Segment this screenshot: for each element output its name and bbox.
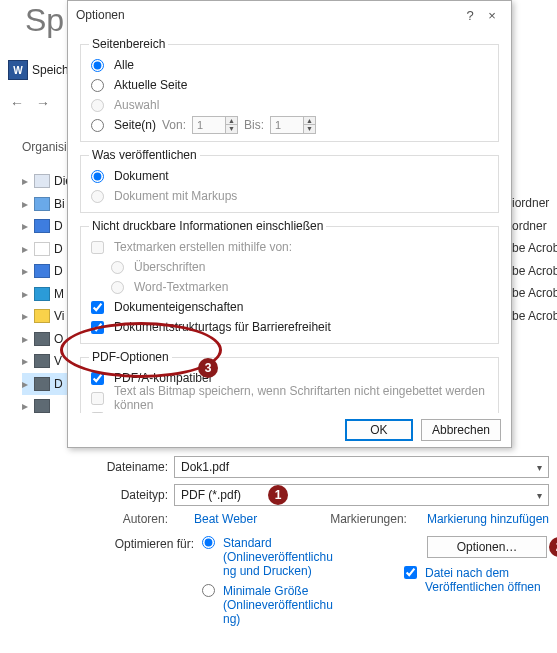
filetype-value: PDF (*.pdf) [181,488,241,502]
options-button[interactable]: Optionen… [427,536,547,558]
organize-label: Organisi [22,140,67,154]
tree-expand-icon[interactable]: ▸ [22,174,30,188]
tree-label: M [54,287,64,301]
label-pdfa[interactable]: PDF/A-kompatibel [114,371,211,385]
folder-icon [34,197,50,211]
label-document[interactable]: Dokument [114,169,169,183]
close-icon[interactable]: × [481,8,503,23]
radio-markup [91,190,104,203]
legend-pdf-options: PDF-Optionen [89,350,172,364]
ok-button[interactable]: OK [345,419,413,441]
author-link[interactable]: Beat Weber [194,512,257,526]
radio-document[interactable] [91,170,104,183]
tree-label: D [54,219,63,233]
label-headings: Überschriften [134,260,205,274]
radio-selection [91,99,104,112]
folder-icon [34,399,50,413]
folder-icon [34,354,50,368]
label-pages[interactable]: Seite(n) [114,118,156,132]
list-cell-fragment: be Acrob [512,260,557,283]
radio-opt-standard[interactable] [202,536,215,549]
tree-expand-icon[interactable]: ▸ [22,309,30,323]
tree-expand-icon[interactable]: ▸ [22,287,30,301]
tags-label: Markierungen: [330,512,407,526]
from-input[interactable] [193,117,225,133]
chevron-down-icon[interactable]: ▾ [537,462,542,473]
folder-icon [34,174,50,188]
chevron-down-icon[interactable]: ▾ [537,490,542,501]
optimize-label: Optimieren für: [100,536,200,626]
help-icon[interactable]: ? [459,8,481,23]
tree-expand-icon[interactable]: ▸ [22,332,30,346]
label-current[interactable]: Aktuelle Seite [114,78,187,92]
group-publish: Was veröffentlichen Dokument Dokument mi… [80,148,499,213]
list-cell-fragment: be Acrob [512,237,557,260]
label-open-after[interactable]: Datei nach dem Veröffentlichen öffnen [425,566,547,594]
label-all[interactable]: Alle [114,58,134,72]
folder-icon [34,287,50,301]
label-tags[interactable]: Dokumentstrukturtags für Barrierefreihei… [114,320,331,334]
word-app-icon: W [8,60,28,80]
nav-fwd-icon[interactable]: → [36,95,50,111]
label-bookmarks: Textmarken erstellen mithilfe von: [114,240,292,254]
label-bitmap: Text als Bitmap speichern, wenn Schrifta… [114,384,490,412]
radio-current[interactable] [91,79,104,92]
filename-value: Dok1.pdf [181,460,229,474]
radio-pages[interactable] [91,119,104,132]
folder-icon [34,332,50,346]
filetype-field[interactable]: PDF (*.pdf) ▾ [174,484,549,506]
dialog-titlebar: Optionen ? × [68,1,511,29]
tags-link[interactable]: Markierung hinzufügen [427,512,549,526]
list-cell-fragment: ordner [512,215,557,238]
tree-expand-icon[interactable]: ▸ [22,264,30,278]
word-title-bar: W Speich [8,60,69,80]
tree-label: D [54,377,63,391]
options-dialog: Optionen ? × Seitenbereich Alle Aktuelle… [67,0,512,448]
radio-all[interactable] [91,59,104,72]
chk-pdfa[interactable] [91,372,104,385]
chk-open-after[interactable] [404,566,417,579]
label-selection: Auswahl [114,98,159,112]
tree-expand-icon[interactable]: ▸ [22,219,30,233]
label-opt-standard[interactable]: Standard (Onlineveröffentlichu ng und Dr… [223,536,340,578]
dialog-title: Optionen [76,8,125,22]
window-title-fragment: Speich [32,63,69,77]
group-page-range: Seitenbereich Alle Aktuelle Seite Auswah… [80,37,499,142]
tree-label: D [54,264,63,278]
chk-tags[interactable] [91,321,104,334]
to-spinner[interactable]: ▲▼ [270,116,316,134]
label-wordbm: Word-Textmarken [134,280,228,294]
folder-icon [34,219,50,233]
tree-expand-icon[interactable]: ▸ [22,197,30,211]
tree-label: O [54,332,63,346]
radio-opt-min[interactable] [202,584,215,597]
radio-wordbm [111,281,124,294]
group-pdf-options: PDF-Optionen PDF/A-kompatibel Text als B… [80,350,499,413]
label-markup: Dokument mit Markups [114,189,237,203]
radio-headings [111,261,124,274]
cancel-button[interactable]: Abbrechen [421,419,501,441]
to-input[interactable] [271,117,303,133]
nav-arrows: ← → [10,95,50,111]
authors-label: Autoren: [100,512,174,526]
tree-expand-icon[interactable]: ▸ [22,242,30,256]
legend-publish: Was veröffentlichen [89,148,200,162]
from-spinner[interactable]: ▲▼ [192,116,238,134]
tree-expand-icon[interactable]: ▸ [22,399,30,413]
group-nonprint: Nicht druckbare Informationen einschließ… [80,219,499,344]
label-opt-min[interactable]: Minimale Größe (Onlineveröffentlichu ng) [223,584,340,626]
chk-docprops[interactable] [91,301,104,314]
list-cell-fragment: iordner [512,192,557,215]
tree-label: Bi [54,197,65,211]
tree-expand-icon[interactable]: ▸ [22,354,30,368]
nav-back-icon[interactable]: ← [10,95,24,111]
right-column-fragments: iordnerordnerbe Acrobbe Acrobbe Acrobbe … [512,192,557,327]
chk-bookmarks [91,241,104,254]
filetype-label: Dateityp: [100,488,174,502]
label-docprops[interactable]: Dokumenteigenschaften [114,300,243,314]
filename-field[interactable]: Dok1.pdf ▾ [174,456,549,478]
folder-icon [34,242,50,256]
legend-page-range: Seitenbereich [89,37,168,51]
tree-expand-icon[interactable]: ▸ [22,377,30,391]
background-window-title: Sp [25,2,64,39]
